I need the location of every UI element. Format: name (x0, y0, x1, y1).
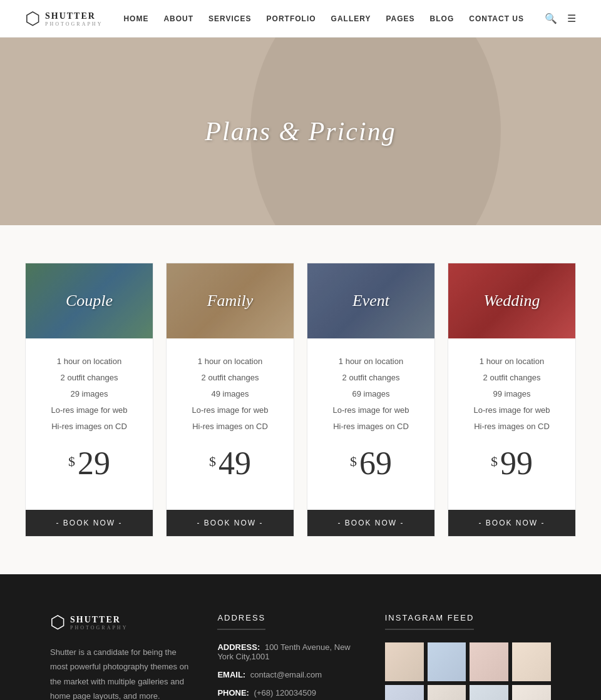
book-now-wedding[interactable]: - Book Now - (448, 510, 575, 536)
card-body-event: 1 hour on location 2 outfit changes 69 i… (307, 338, 434, 510)
footer-address-col: ADDRESS ADDRESS: 100 Tenth Avenue, New Y… (217, 612, 359, 700)
card-body-family: 1 hour on location 2 outfit changes 49 i… (167, 338, 294, 510)
price-amount-family: 49 (218, 445, 251, 481)
card-features-family: 1 hour on location 2 outfit changes 49 i… (177, 353, 284, 435)
nav-action-icons: 🔍 ☰ (545, 13, 576, 24)
book-now-event[interactable]: - Book Now - (307, 510, 434, 536)
card-body-wedding: 1 hour on location 2 outfit changes 99 i… (448, 338, 575, 510)
book-now-couple[interactable]: - Book Now - (26, 510, 153, 536)
footer-logo-text: SHUTTER (70, 615, 121, 624)
instagram-thumb-8[interactable] (512, 685, 551, 700)
phone-label: PHONE: (217, 688, 249, 697)
card-image-wedding: Wedding (448, 263, 575, 338)
instagram-thumb-3[interactable] (470, 642, 508, 681)
instagram-grid (385, 642, 551, 700)
card-price-couple: $ 29 (36, 447, 143, 480)
nav-gallery[interactable]: GALLERY (331, 14, 371, 23)
card-category-wedding: Wedding (483, 292, 540, 310)
nav-portfolio[interactable]: PORTFOLIO (267, 14, 316, 23)
footer-instagram-heading: INSTAGRAM FEED (385, 613, 475, 630)
camera-icon: ⬡ (25, 8, 40, 29)
instagram-thumb-2[interactable] (428, 642, 466, 681)
logo[interactable]: ⬡ SHUTTER PHOTOGRAPHY (25, 8, 103, 29)
search-icon[interactable]: 🔍 (545, 13, 557, 24)
logo-sub: PHOTOGRAPHY (45, 21, 103, 27)
pricing-card-family: Family 1 hour on location 2 outfit chang… (166, 263, 294, 537)
nav-about[interactable]: ABOUT (163, 14, 193, 23)
price-amount-wedding: 99 (500, 445, 533, 481)
footer-about-col: ⬡ SHUTTER PHOTOGRAPHY Shutter is a candi… (50, 612, 192, 700)
card-image-couple: Couple (26, 263, 153, 338)
email-value: contact@email.com (250, 670, 322, 679)
nav-pages[interactable]: PAGES (386, 14, 414, 23)
card-features-event: 1 hour on location 2 outfit changes 69 i… (317, 353, 424, 435)
nav-services[interactable]: SERVICES (208, 14, 251, 23)
card-image-event: Event (307, 263, 434, 338)
instagram-thumb-7[interactable] (470, 685, 508, 700)
pricing-section: Couple 1 hour on location 2 outfit chang… (0, 225, 601, 574)
price-amount-couple: 29 (78, 445, 110, 481)
footer: ⬡ SHUTTER PHOTOGRAPHY Shutter is a candi… (0, 574, 601, 700)
footer-logo[interactable]: ⬡ SHUTTER PHOTOGRAPHY (50, 612, 192, 632)
card-image-family: Family (167, 263, 294, 338)
footer-logo-sub: PHOTOGRAPHY (70, 625, 128, 631)
pricing-card-couple: Couple 1 hour on location 2 outfit chang… (25, 263, 153, 537)
email-label: EMAIL: (217, 670, 245, 679)
nav-links: HOME ABOUT SERVICES PORTFOLIO GALLERY PA… (123, 14, 524, 23)
footer-description: Shutter is a candidate for being the mos… (50, 645, 192, 700)
price-amount-event: 69 (359, 445, 392, 481)
address-label: ADDRESS: (217, 642, 260, 652)
currency-symbol: $ (68, 447, 75, 470)
pricing-card-event: Event 1 hour on location 2 outfit change… (307, 263, 435, 537)
footer-camera-icon: ⬡ (50, 612, 65, 632)
logo-text: SHUTTER (45, 11, 96, 21)
currency-symbol-family: $ (209, 447, 216, 470)
card-price-event: $ 69 (317, 447, 424, 480)
card-category-event: Event (352, 292, 389, 310)
card-features-couple: 1 hour on location 2 outfit changes 29 i… (36, 353, 143, 435)
card-body-couple: 1 hour on location 2 outfit changes 29 i… (26, 338, 153, 510)
footer-address-heading: ADDRESS (217, 613, 265, 630)
card-price-wedding: $ 99 (458, 447, 565, 480)
instagram-thumb-5[interactable] (385, 685, 424, 700)
card-features-wedding: 1 hour on location 2 outfit changes 99 i… (458, 353, 565, 435)
nav-home[interactable]: HOME (123, 14, 148, 23)
instagram-thumb-1[interactable] (385, 642, 424, 681)
card-price-family: $ 49 (177, 447, 284, 480)
card-category-family: Family (207, 292, 254, 310)
instagram-thumb-6[interactable] (428, 685, 466, 700)
pricing-cards-container: Couple 1 hour on location 2 outfit chang… (25, 263, 576, 537)
currency-symbol-wedding: $ (491, 447, 498, 470)
instagram-thumb-4[interactable] (512, 642, 551, 681)
book-now-family[interactable]: - Book Now - (167, 510, 294, 536)
footer-email-item: EMAIL: contact@email.com (217, 670, 359, 679)
hero-title: Plans & Pricing (205, 116, 396, 146)
card-category-couple: Couple (66, 292, 113, 310)
hero-section: Plans & Pricing (0, 38, 601, 225)
nav-blog[interactable]: BLOG (430, 14, 455, 23)
menu-icon[interactable]: ☰ (567, 13, 576, 24)
navbar: ⬡ SHUTTER PHOTOGRAPHY HOME ABOUT SERVICE… (0, 0, 601, 38)
nav-contact[interactable]: CONTACT US (469, 14, 524, 23)
pricing-card-wedding: Wedding 1 hour on location 2 outfit chan… (448, 263, 576, 537)
phone-value: (+68) 120034509 (254, 688, 316, 697)
footer-address-item: ADDRESS: 100 Tenth Avenue, New York City… (217, 642, 359, 661)
footer-main: ⬡ SHUTTER PHOTOGRAPHY Shutter is a candi… (0, 574, 601, 700)
footer-instagram-col: INSTAGRAM FEED 📷 Follow on Instagram (385, 612, 551, 700)
currency-symbol-event: $ (350, 447, 357, 470)
footer-phone-item: PHONE: (+68) 120034509 (217, 688, 359, 697)
